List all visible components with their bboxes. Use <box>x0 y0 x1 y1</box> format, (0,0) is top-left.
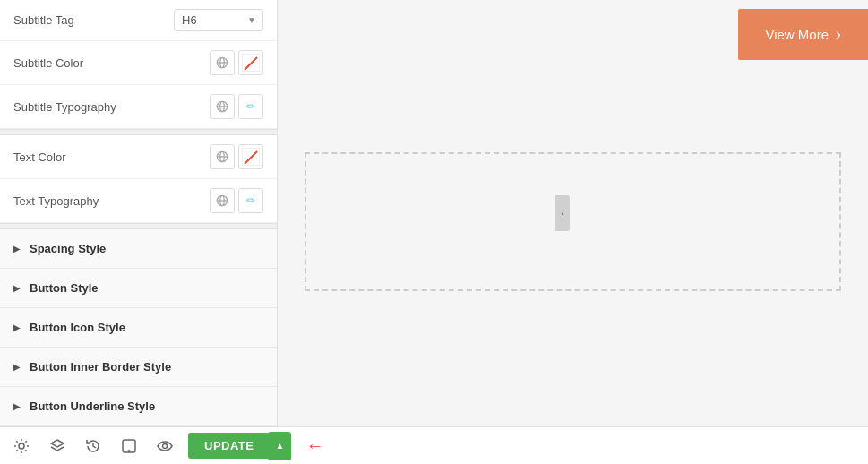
accordion-button-icon-title: Button Icon Style <box>30 321 125 334</box>
text-typography-row: Text Typography ✏ <box>0 179 277 223</box>
svg-point-15 <box>128 450 130 451</box>
eye-icon[interactable] <box>152 434 177 459</box>
update-dropdown-btn[interactable]: ▲ <box>268 432 291 460</box>
accordion-button-underline-header[interactable]: ▶ Button Underline Style <box>0 387 277 425</box>
subtitle-typography-global-btn[interactable] <box>210 94 235 119</box>
svg-point-12 <box>19 443 24 449</box>
accordion-inner-border-arrow-icon: ▶ <box>13 362 21 372</box>
accordion-button-inner-border-header[interactable]: ▶ Button Inner Border Style <box>0 348 277 386</box>
accordion-spacing-style[interactable]: ▶ Spacing Style <box>0 229 277 269</box>
subtitle-color-row: Subtitle Color <box>0 41 277 85</box>
tablet-icon[interactable] <box>116 434 142 459</box>
subtitle-color-label: Subtitle Color <box>13 56 83 70</box>
panel-toggle-btn[interactable]: ‹ <box>555 195 570 231</box>
text-typography-controls: ✏ <box>210 188 263 213</box>
text-typography-global-btn[interactable] <box>210 188 235 213</box>
view-more-button[interactable]: View More › <box>738 9 868 60</box>
accordion-spacing-title: Spacing Style <box>30 242 106 255</box>
subtitle-color-controls <box>210 50 263 75</box>
pencil-icon: ✏ <box>246 100 255 113</box>
accordion-button-arrow-icon: ▶ <box>13 283 21 293</box>
bottom-toolbar: UPDATE ▲ ← <box>0 426 868 464</box>
dashed-content-box <box>305 152 841 291</box>
accordion-button-style[interactable]: ▶ Button Style <box>0 269 277 308</box>
text-typography-label: Text Typography <box>13 194 99 208</box>
subtitle-tag-label: Subtitle Tag <box>13 13 74 27</box>
view-more-label: View More <box>765 27 829 42</box>
accordion-button-icon-arrow-icon: ▶ <box>13 322 21 332</box>
section-divider-2 <box>0 223 277 229</box>
accordion-button-header[interactable]: ▶ Button Style <box>0 269 277 307</box>
subtitle-color-global-btn[interactable] <box>210 50 235 75</box>
text-color-controls <box>210 144 263 169</box>
view-more-arrow-icon: › <box>836 25 841 44</box>
accordion-button-inner-border[interactable]: ▶ Button Inner Border Style <box>0 348 277 387</box>
text-color-picker-btn[interactable] <box>238 144 263 169</box>
layers-icon[interactable] <box>45 434 70 459</box>
text-color-label: Text Color <box>13 150 66 164</box>
text-color-row: Text Color <box>0 135 277 179</box>
right-panel: View More › <box>278 0 868 426</box>
subtitle-tag-controls: H1H2H3H4H5H6pspandiv ▼ <box>174 9 263 31</box>
accordion-inner-border-title: Button Inner Border Style <box>30 360 171 374</box>
pencil-icon-2: ✏ <box>246 194 255 207</box>
subtitle-tag-select[interactable]: H1H2H3H4H5H6pspandiv <box>174 9 263 31</box>
update-group: UPDATE ▲ <box>188 432 291 460</box>
accordion-spacing-arrow-icon: ▶ <box>13 244 21 253</box>
update-button[interactable]: UPDATE <box>188 433 270 459</box>
accordion-button-icon-style[interactable]: ▶ Button Icon Style <box>0 308 277 348</box>
accordion-button-title: Button Style <box>30 281 99 295</box>
gear-icon[interactable] <box>9 434 34 459</box>
svg-marker-13 <box>51 440 64 447</box>
subtitle-color-picker-btn[interactable] <box>238 50 263 75</box>
history-icon[interactable] <box>81 434 106 459</box>
accordion-button-underline[interactable]: ▶ Button Underline Style <box>0 387 277 426</box>
subtitle-typography-controls: ✏ <box>210 94 263 119</box>
arrow-left-indicator: ← <box>305 435 323 456</box>
subtitle-tag-select-wrapper[interactable]: H1H2H3H4H5H6pspandiv ▼ <box>174 9 263 31</box>
left-panel: Subtitle Tag H1H2H3H4H5H6pspandiv ▼ Subt… <box>0 0 278 426</box>
subtitle-typography-edit-btn[interactable]: ✏ <box>238 94 263 119</box>
accordion-underline-title: Button Underline Style <box>30 400 155 413</box>
text-color-slash-icon <box>242 148 260 166</box>
subtitle-tag-row: Subtitle Tag H1H2H3H4H5H6pspandiv ▼ <box>0 0 277 41</box>
subtitle-typography-row: Subtitle Typography ✏ <box>0 85 277 129</box>
update-dropdown-arrow-icon: ▲ <box>276 441 285 451</box>
accordion-button-icon-header[interactable]: ▶ Button Icon Style <box>0 308 277 347</box>
subtitle-color-slash-icon <box>242 54 260 72</box>
text-typography-edit-btn[interactable]: ✏ <box>238 188 263 213</box>
svg-point-16 <box>163 443 168 448</box>
accordion-underline-arrow-icon: ▶ <box>13 401 21 411</box>
accordion-spacing-header[interactable]: ▶ Spacing Style <box>0 229 277 268</box>
section-divider-1 <box>0 129 277 135</box>
text-color-global-btn[interactable] <box>210 144 235 169</box>
subtitle-typography-label: Subtitle Typography <box>13 100 116 114</box>
